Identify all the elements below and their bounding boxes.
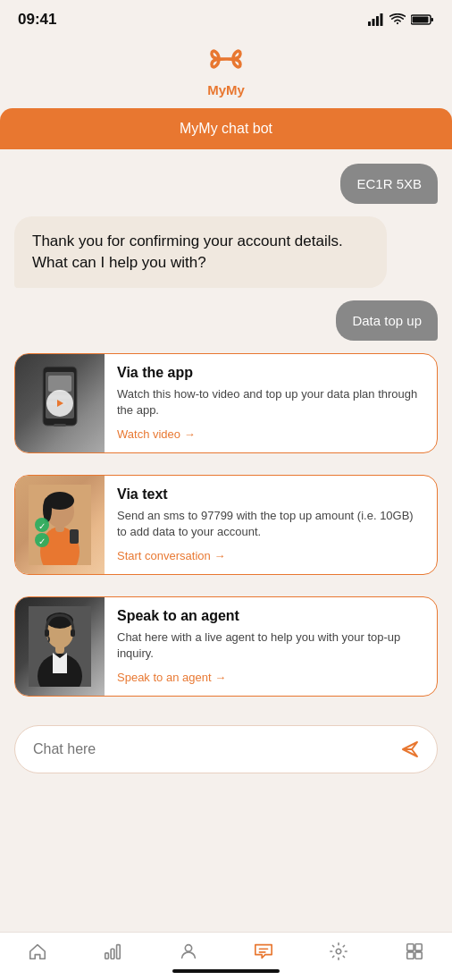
message-row-2: Thank you for confirming your account de… [14, 216, 438, 288]
mymy-logo [203, 41, 249, 80]
card-desc-app: Watch this how-to video and top up your … [117, 386, 424, 418]
wifi-icon [389, 13, 406, 26]
card-content-agent: Speak to an agent Chat here with a live … [105, 597, 437, 696]
card-img-phone [15, 354, 105, 452]
svg-point-39 [337, 949, 342, 954]
svg-rect-20 [70, 529, 79, 544]
svg-text:✓: ✓ [38, 521, 46, 531]
input-row [14, 725, 438, 773]
card-via-app[interactable]: Via the app Watch this how-to video and … [14, 353, 438, 453]
card-speak-agent[interactable]: Speak to an agent Chat here with a live … [14, 596, 438, 697]
card-desc-text: Send an sms to 97799 with the top up amo… [117, 508, 424, 540]
card-title-app: Via the app [117, 365, 424, 381]
more-icon [405, 942, 424, 961]
home-indicator-area [0, 966, 452, 980]
user-bubble-1: EC1R 5XB [340, 164, 438, 204]
svg-rect-35 [117, 945, 121, 959]
card-desc-agent: Chat here with a live agent to help you … [117, 629, 424, 662]
card-link-app[interactable]: Watch video → [117, 427, 424, 441]
usage-icon [103, 942, 122, 961]
chat-area: EC1R 5XB Thank you for confirming your a… [0, 149, 452, 714]
card-content-text: Via text Send an sms to 97799 with the t… [105, 476, 437, 574]
play-button [46, 390, 73, 417]
user-bubble-2: Data top up [336, 300, 438, 341]
svg-rect-5 [431, 18, 434, 21]
card-title-text: Via text [117, 486, 424, 503]
status-bar: 09:41 [0, 0, 452, 34]
home-icon [28, 942, 47, 961]
logo-area: MyMy [0, 34, 452, 108]
svg-marker-13 [57, 400, 63, 407]
svg-text:✓: ✓ [38, 536, 46, 546]
signal-icon [368, 13, 384, 26]
card-title-agent: Speak to an agent [117, 608, 424, 624]
card-img-woman: ✓ ✓ [15, 476, 105, 574]
home-indicator [172, 969, 280, 973]
send-icon [399, 739, 421, 760]
svg-rect-2 [376, 16, 379, 26]
chat-input[interactable] [33, 741, 387, 757]
agent-placeholder [15, 597, 105, 696]
svg-rect-34 [112, 949, 115, 959]
card-link-agent[interactable]: Speak to an agent → [117, 671, 424, 684]
phone-placeholder [15, 354, 105, 452]
chat-header: MyMy chat bot [0, 108, 452, 149]
message-row-1: EC1R 5XB [14, 164, 438, 204]
send-button[interactable] [396, 735, 424, 764]
status-time: 09:41 [18, 11, 56, 29]
settings-icon [329, 942, 348, 961]
svg-rect-6 [413, 17, 429, 23]
svg-rect-3 [381, 13, 383, 26]
input-area [0, 714, 452, 782]
logo-text: MyMy [207, 82, 245, 97]
svg-rect-0 [368, 21, 371, 26]
svg-rect-1 [372, 19, 375, 26]
battery-icon [411, 13, 434, 26]
bot-bubble-1: Thank you for confirming your account de… [14, 216, 387, 288]
profile-icon [179, 942, 198, 961]
card-content-app: Via the app Watch this how-to video and … [105, 354, 437, 452]
svg-rect-32 [71, 629, 75, 637]
svg-rect-31 [45, 629, 49, 637]
woman-placeholder: ✓ ✓ [15, 476, 105, 574]
svg-rect-42 [407, 952, 414, 959]
chat-icon [254, 942, 273, 961]
svg-rect-33 [105, 953, 109, 959]
svg-rect-9 [54, 424, 66, 427]
svg-rect-43 [415, 952, 422, 959]
message-row-3: Data top up [14, 300, 438, 341]
svg-rect-40 [407, 944, 414, 950]
svg-point-36 [185, 945, 191, 951]
status-icons [368, 13, 434, 26]
card-img-agent [15, 597, 105, 696]
card-via-text[interactable]: ✓ ✓ Via text Send an sms to 97799 with t… [14, 475, 438, 575]
card-link-text[interactable]: Start conversation → [117, 549, 424, 562]
svg-rect-41 [415, 944, 422, 950]
